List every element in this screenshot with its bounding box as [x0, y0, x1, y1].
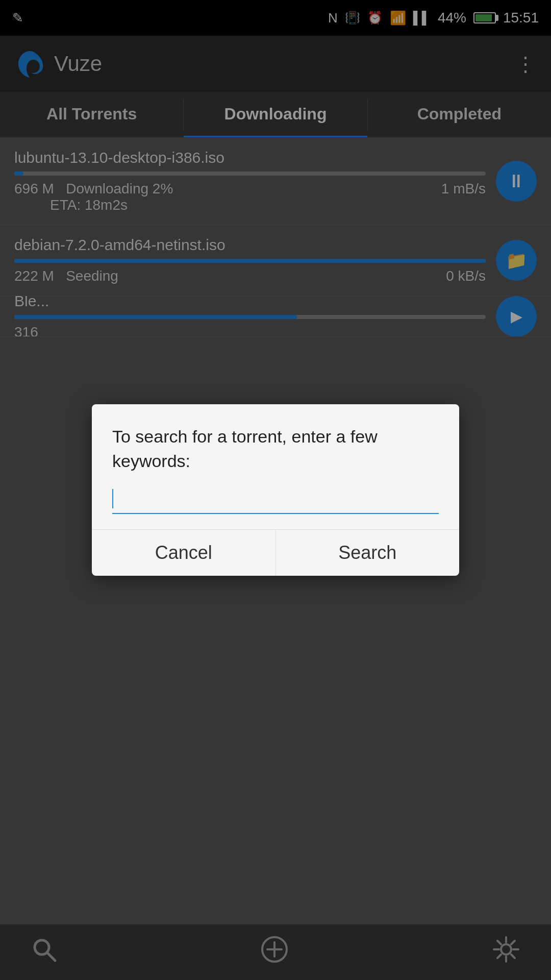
dialog-input-container[interactable] — [112, 489, 439, 514]
dialog-message: To search for a torrent, enter a few key… — [112, 425, 439, 473]
dialog-overlay: To search for a torrent, enter a few key… — [0, 0, 551, 980]
dialog-buttons: Cancel Search — [92, 529, 459, 576]
search-dialog: To search for a torrent, enter a few key… — [92, 404, 459, 575]
search-keyword-input[interactable] — [113, 489, 439, 509]
cancel-button[interactable]: Cancel — [92, 530, 276, 576]
dialog-body: To search for a torrent, enter a few key… — [92, 404, 459, 529]
search-button[interactable]: Search — [276, 530, 460, 576]
